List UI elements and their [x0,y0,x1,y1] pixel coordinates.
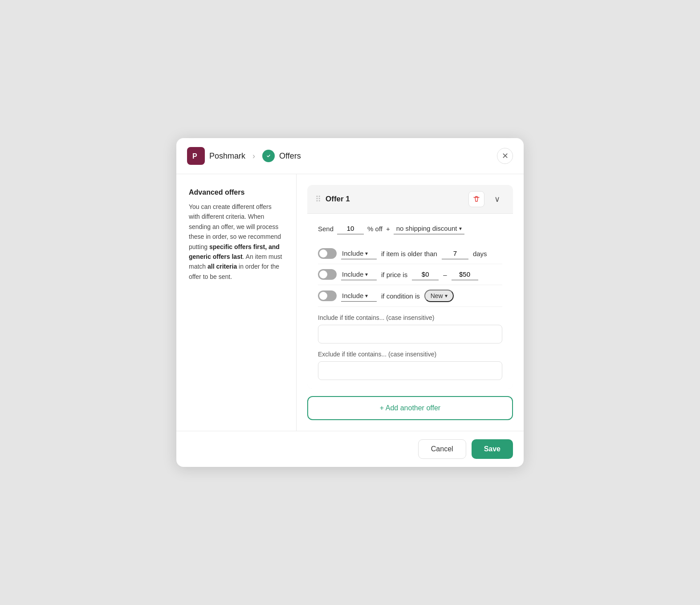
include-title-section: Include if title contains... (case insen… [318,314,502,343]
breadcrumb-offers: Offers [279,151,301,161]
svg-text:P: P [192,152,197,160]
toggle-knob [319,249,327,258]
percent-off-label: % off [367,225,383,233]
age-condition-toggle[interactable] [318,248,337,259]
age-days-input[interactable] [442,248,468,259]
sidebar: Advanced offers You can create different… [176,174,297,431]
offer-card-header: ⠿ Offer 1 ∨ [307,185,513,213]
drag-handle-icon[interactable]: ⠿ [315,194,321,204]
condition-tag-label: New [431,292,443,299]
offer-title: Offer 1 [326,195,350,204]
price-condition-text: if price is [381,271,407,278]
days-label: days [473,250,487,258]
condition-row-price: Include ▾ if price is – [318,264,502,285]
sidebar-title: Advanced offers [189,188,284,196]
close-button[interactable]: ✕ [497,148,513,164]
add-another-offer-button[interactable]: + Add another offer [307,396,513,420]
delete-offer-button[interactable] [468,191,484,207]
condition-row-condition: Include ▾ if condition is New ▾ [318,285,502,307]
sidebar-description: You can create different offers with dif… [189,202,284,282]
price-max-input[interactable] [452,269,478,280]
offer-card-body: Send % off + no shipping discount ▾ [307,213,513,389]
add-offer-label: + Add another offer [380,404,440,412]
exclude-title-section: Exclude if title contains... (case insen… [318,351,502,380]
shipping-discount-label: no shipping discount [396,225,457,232]
modal-header: P Poshmark › Offers ✕ [176,138,524,174]
discount-value-input[interactable] [337,223,364,234]
toggle-knob [319,292,327,300]
header-left: P Poshmark › Offers [187,147,301,165]
send-label: Send [318,225,334,233]
price-include-label: Include [342,270,363,278]
send-row: Send % off + no shipping discount ▾ [318,223,502,234]
breadcrumb-app: Poshmark [209,151,245,161]
offer-header-left: ⠿ Offer 1 [315,194,350,204]
condition-include-dropdown[interactable]: Include ▾ [341,290,377,302]
price-dash: – [443,271,447,278]
collapse-offer-button[interactable]: ∨ [489,191,505,207]
modal: P Poshmark › Offers ✕ Advanced offers Yo… [176,138,524,467]
offers-icon [262,150,275,162]
offer-card: ⠿ Offer 1 ∨ Send [307,185,513,389]
save-button[interactable]: Save [472,439,513,459]
price-min-input[interactable] [412,269,439,280]
condition-tag-caret-icon: ▾ [445,293,448,299]
toggle-knob [319,270,327,278]
condition-condition-toggle[interactable] [318,290,337,301]
condition-row-age: Include ▾ if item is older than days [318,243,502,264]
age-condition-text: if item is older than [381,250,437,258]
offer-header-right: ∨ [468,191,505,207]
cancel-button[interactable]: Cancel [418,439,466,459]
include-title-input[interactable] [318,325,502,343]
breadcrumb-separator: › [252,151,255,161]
price-include-dropdown[interactable]: Include ▾ [341,269,377,280]
condition-include-label: Include [342,292,363,299]
age-include-caret-icon: ▾ [365,250,368,257]
plus-label: + [386,225,390,233]
condition-include-caret-icon: ▾ [365,293,368,299]
include-title-label: Include if title contains... (case insen… [318,314,502,321]
condition-text: if condition is [381,292,420,300]
exclude-title-input[interactable] [318,361,502,380]
age-include-label: Include [342,249,363,257]
main-content: ⠿ Offer 1 ∨ Send [297,174,524,431]
shipping-dropdown-caret-icon: ▾ [459,225,462,232]
poshmark-logo: P [187,147,205,165]
condition-tag-dropdown[interactable]: New ▾ [424,290,454,302]
price-include-caret-icon: ▾ [365,271,368,278]
modal-body: Advanced offers You can create different… [176,174,524,431]
exclude-title-label: Exclude if title contains... (case insen… [318,351,502,358]
price-condition-toggle[interactable] [318,269,337,280]
shipping-discount-dropdown[interactable]: no shipping discount ▾ [394,223,464,234]
modal-footer: Cancel Save [176,431,524,467]
age-include-dropdown[interactable]: Include ▾ [341,248,377,259]
